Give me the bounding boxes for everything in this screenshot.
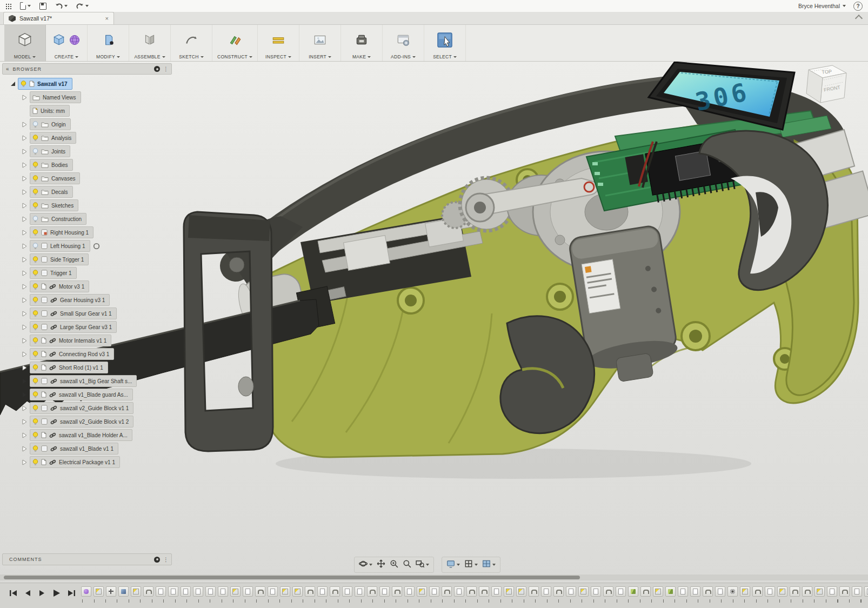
visibility-bulb-icon[interactable] (32, 445, 38, 452)
browser-tree-item[interactable]: Short Rod (1) v1 1 (22, 362, 184, 373)
tree-item-pill[interactable]: Trigger 1 (30, 267, 77, 279)
timeline-feature-component[interactable] (404, 586, 415, 597)
timeline-feature-bolt[interactable] (628, 586, 638, 597)
tree-item-pill[interactable]: sawzall v2_Guide Block v1 2 (30, 416, 133, 427)
tree-item-pill[interactable]: Units: mm (30, 105, 70, 117)
kebab-menu-icon[interactable]: ⋮ (160, 557, 171, 563)
zoom-button[interactable] (388, 558, 400, 571)
browser-tree-item[interactable]: sawzall v2_Guide Block v1 1 (22, 403, 184, 413)
browser-tree-item[interactable]: Motor Internals v1 1 (22, 335, 184, 346)
timeline-feature-joint[interactable] (802, 586, 812, 597)
ribbon-tab-addins[interactable]: ADD-INS (383, 25, 424, 61)
tree-item-pill[interactable]: Motor v3 1 (30, 280, 89, 292)
timeline-feature-component[interactable] (852, 586, 862, 597)
tree-item-pill[interactable]: Short Rod (1) v1 1 (30, 362, 108, 373)
tree-expand-arrow-icon[interactable] (22, 256, 30, 263)
tree-item-pill[interactable]: Joints (30, 145, 70, 157)
timeline-feature-joint[interactable] (330, 586, 340, 597)
visibility-bulb-icon[interactable] (32, 459, 38, 466)
timeline-feature-form[interactable] (81, 586, 91, 597)
tree-item-pill[interactable]: Left Housing 1 (30, 240, 90, 252)
ribbon-tab-inspect[interactable]: INSPECT (258, 25, 299, 61)
browser-tree-item[interactable]: Electrical Package v1 1 (22, 457, 184, 467)
tree-item-pill[interactable]: Analysis (30, 132, 76, 144)
timeline-feature-sketch[interactable] (740, 586, 750, 597)
timeline-feature-component[interactable] (429, 586, 439, 597)
timeline-feature-component[interactable] (218, 586, 228, 597)
tree-item-pill[interactable]: Named Views (30, 91, 81, 103)
timeline-feature-component[interactable] (342, 586, 352, 597)
tree-item-pill[interactable]: sawzall v1_Blade guard As... (30, 389, 133, 400)
timeline-feature-joint[interactable] (255, 586, 265, 597)
timeline-feature-sketch[interactable] (777, 586, 787, 597)
tree-expand-arrow-icon[interactable] (22, 432, 30, 439)
browser-tree-item[interactable]: Construction (22, 213, 184, 224)
tree-item-pill[interactable]: Connecting Rod v3 1 (30, 348, 114, 360)
tree-expand-arrow-icon[interactable] (22, 337, 30, 344)
browser-tree-item[interactable]: Units: mm (22, 105, 184, 116)
ribbon-tab-select[interactable]: SELECT (424, 25, 466, 61)
timeline-feature-hole[interactable] (727, 586, 738, 597)
timeline-feature-component[interactable] (690, 586, 700, 597)
close-tab-icon[interactable]: × (105, 15, 109, 22)
tree-expand-arrow-icon[interactable] (22, 135, 30, 142)
visibility-bulb-icon[interactable] (32, 121, 38, 128)
browser-tree-item[interactable]: sawzall v1_Blade guard As... (22, 389, 184, 400)
visibility-bulb-icon[interactable] (32, 405, 38, 412)
panel-options-icon[interactable] (154, 557, 160, 563)
go-to-end-button[interactable] (66, 588, 77, 598)
tree-item-pill[interactable]: Side Trigger 1 (30, 253, 89, 265)
timeline-feature-component[interactable] (616, 586, 626, 597)
timeline-feature-joint[interactable] (790, 586, 800, 597)
timeline-feature-bolt[interactable] (665, 586, 676, 597)
browser-tree-item[interactable]: Connecting Rod v3 1 (22, 349, 184, 359)
timeline-feature-component[interactable] (454, 586, 464, 597)
browser-tree-item[interactable]: Gear Housing v3 1 (22, 295, 184, 305)
visibility-bulb-icon[interactable] (32, 418, 38, 425)
timeline-feature-joint[interactable] (479, 586, 489, 597)
tree-expand-arrow-icon[interactable] (22, 162, 30, 169)
timeline-feature-component[interactable] (268, 586, 278, 597)
timeline-feature-component[interactable] (355, 586, 365, 597)
timeline-feature-component[interactable] (168, 586, 178, 597)
browser-tree-item[interactable]: Motor v3 1 (22, 281, 184, 292)
browser-tree-item[interactable]: Small Spur Gear v1 1 (22, 308, 184, 319)
timeline-feature-component[interactable] (566, 586, 576, 597)
orbit-button[interactable] (357, 558, 374, 571)
play-button[interactable] (51, 588, 62, 598)
tree-expand-arrow-icon[interactable] (22, 283, 30, 290)
tree-expand-arrow-icon[interactable] (22, 243, 30, 250)
help-menu-button[interactable]: ? (853, 2, 863, 11)
browser-tree-item[interactable]: Large Spur Gear v3 1 (22, 322, 184, 332)
browser-tree-item[interactable]: Canvases (22, 173, 184, 184)
tree-item-pill[interactable]: Electrical Package v1 1 (30, 456, 120, 468)
tree-item-pill[interactable]: sawzall v2_Guide Block v1 1 (30, 402, 133, 414)
timeline-feature-component[interactable] (827, 586, 837, 597)
viewports-button[interactable] (480, 558, 497, 571)
tree-expand-arrow-icon[interactable] (22, 202, 30, 209)
user-account-menu[interactable]: Bryce Heventhal (798, 3, 853, 9)
visibility-bulb-icon[interactable] (32, 351, 38, 358)
timeline-feature-sketch[interactable] (292, 586, 303, 597)
panel-options-icon[interactable] (154, 66, 160, 72)
timeline-feature-sketch[interactable] (280, 586, 290, 597)
step-back-button[interactable] (22, 588, 33, 598)
tree-expand-arrow-icon[interactable] (22, 189, 30, 196)
viewport-canvas[interactable]: 306 (0, 61, 868, 583)
browser-tree-item[interactable]: sawzall v1_Blade Holder A... (22, 430, 184, 440)
timeline-feature-extrude[interactable] (118, 586, 129, 597)
tree-item-pill[interactable]: sawzall v1_Big Gear Shaft s... (30, 375, 137, 387)
visibility-bulb-icon[interactable] (32, 270, 38, 277)
browser-tree-item[interactable]: Named Views (22, 92, 184, 103)
tree-item-pill[interactable]: Motor Internals v1 1 (30, 335, 111, 346)
zoom-window-button[interactable] (414, 558, 431, 571)
visibility-bulb-icon[interactable] (32, 283, 38, 290)
timeline-feature-component[interactable] (591, 586, 601, 597)
viewcube[interactable]: TOP FRONT (796, 62, 856, 113)
tree-item-pill[interactable]: sawzall v1_Blade Holder A... (30, 429, 132, 441)
tree-expand-arrow-icon[interactable] (10, 81, 18, 87)
timeline-feature-sketch[interactable] (94, 586, 104, 597)
visibility-bulb-icon[interactable] (32, 378, 38, 385)
timeline-feature-component[interactable] (205, 586, 216, 597)
tree-expand-arrow-icon[interactable] (22, 351, 30, 358)
